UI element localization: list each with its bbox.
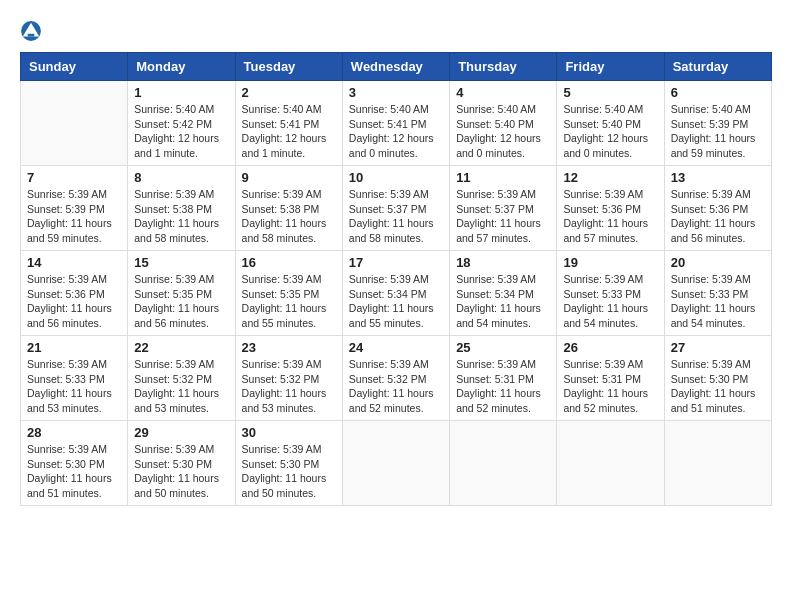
- day-info: Sunrise: 5:40 AM Sunset: 5:42 PM Dayligh…: [134, 102, 228, 161]
- calendar-cell: [664, 421, 771, 506]
- day-number: 27: [671, 340, 765, 355]
- week-row-3: 14Sunrise: 5:39 AM Sunset: 5:36 PM Dayli…: [21, 251, 772, 336]
- column-header-monday: Monday: [128, 53, 235, 81]
- day-number: 13: [671, 170, 765, 185]
- logo: [20, 20, 46, 42]
- day-info: Sunrise: 5:39 AM Sunset: 5:30 PM Dayligh…: [134, 442, 228, 501]
- column-header-sunday: Sunday: [21, 53, 128, 81]
- day-info: Sunrise: 5:39 AM Sunset: 5:38 PM Dayligh…: [242, 187, 336, 246]
- calendar-cell: 11Sunrise: 5:39 AM Sunset: 5:37 PM Dayli…: [450, 166, 557, 251]
- calendar-table: SundayMondayTuesdayWednesdayThursdayFrid…: [20, 52, 772, 506]
- day-info: Sunrise: 5:39 AM Sunset: 5:32 PM Dayligh…: [349, 357, 443, 416]
- day-number: 15: [134, 255, 228, 270]
- day-info: Sunrise: 5:39 AM Sunset: 5:37 PM Dayligh…: [349, 187, 443, 246]
- day-number: 23: [242, 340, 336, 355]
- calendar-cell: 3Sunrise: 5:40 AM Sunset: 5:41 PM Daylig…: [342, 81, 449, 166]
- day-number: 11: [456, 170, 550, 185]
- week-row-2: 7Sunrise: 5:39 AM Sunset: 5:39 PM Daylig…: [21, 166, 772, 251]
- calendar-cell: 27Sunrise: 5:39 AM Sunset: 5:30 PM Dayli…: [664, 336, 771, 421]
- calendar-cell: 23Sunrise: 5:39 AM Sunset: 5:32 PM Dayli…: [235, 336, 342, 421]
- day-number: 22: [134, 340, 228, 355]
- header-row: SundayMondayTuesdayWednesdayThursdayFrid…: [21, 53, 772, 81]
- day-info: Sunrise: 5:40 AM Sunset: 5:41 PM Dayligh…: [349, 102, 443, 161]
- week-row-1: 1Sunrise: 5:40 AM Sunset: 5:42 PM Daylig…: [21, 81, 772, 166]
- calendar-cell: 24Sunrise: 5:39 AM Sunset: 5:32 PM Dayli…: [342, 336, 449, 421]
- svg-rect-2: [28, 34, 35, 37]
- day-number: 12: [563, 170, 657, 185]
- day-info: Sunrise: 5:39 AM Sunset: 5:34 PM Dayligh…: [349, 272, 443, 331]
- calendar-cell: 5Sunrise: 5:40 AM Sunset: 5:40 PM Daylig…: [557, 81, 664, 166]
- column-header-friday: Friday: [557, 53, 664, 81]
- day-number: 26: [563, 340, 657, 355]
- day-number: 30: [242, 425, 336, 440]
- calendar-cell: 8Sunrise: 5:39 AM Sunset: 5:38 PM Daylig…: [128, 166, 235, 251]
- column-header-wednesday: Wednesday: [342, 53, 449, 81]
- calendar-cell: 30Sunrise: 5:39 AM Sunset: 5:30 PM Dayli…: [235, 421, 342, 506]
- day-info: Sunrise: 5:39 AM Sunset: 5:33 PM Dayligh…: [671, 272, 765, 331]
- day-info: Sunrise: 5:39 AM Sunset: 5:31 PM Dayligh…: [563, 357, 657, 416]
- day-info: Sunrise: 5:39 AM Sunset: 5:32 PM Dayligh…: [134, 357, 228, 416]
- calendar-cell: 28Sunrise: 5:39 AM Sunset: 5:30 PM Dayli…: [21, 421, 128, 506]
- day-info: Sunrise: 5:39 AM Sunset: 5:30 PM Dayligh…: [242, 442, 336, 501]
- day-info: Sunrise: 5:39 AM Sunset: 5:34 PM Dayligh…: [456, 272, 550, 331]
- column-header-saturday: Saturday: [664, 53, 771, 81]
- calendar-cell: 13Sunrise: 5:39 AM Sunset: 5:36 PM Dayli…: [664, 166, 771, 251]
- day-number: 21: [27, 340, 121, 355]
- day-number: 3: [349, 85, 443, 100]
- calendar-cell: 7Sunrise: 5:39 AM Sunset: 5:39 PM Daylig…: [21, 166, 128, 251]
- day-info: Sunrise: 5:39 AM Sunset: 5:30 PM Dayligh…: [27, 442, 121, 501]
- day-number: 20: [671, 255, 765, 270]
- day-number: 2: [242, 85, 336, 100]
- day-number: 28: [27, 425, 121, 440]
- page-header: [20, 20, 772, 42]
- day-info: Sunrise: 5:39 AM Sunset: 5:32 PM Dayligh…: [242, 357, 336, 416]
- day-number: 5: [563, 85, 657, 100]
- day-info: Sunrise: 5:39 AM Sunset: 5:36 PM Dayligh…: [27, 272, 121, 331]
- calendar-cell: 1Sunrise: 5:40 AM Sunset: 5:42 PM Daylig…: [128, 81, 235, 166]
- calendar-cell: 16Sunrise: 5:39 AM Sunset: 5:35 PM Dayli…: [235, 251, 342, 336]
- day-number: 24: [349, 340, 443, 355]
- logo-icon: [20, 20, 42, 42]
- day-number: 7: [27, 170, 121, 185]
- calendar-cell: [557, 421, 664, 506]
- calendar-cell: [450, 421, 557, 506]
- day-number: 18: [456, 255, 550, 270]
- calendar-cell: 4Sunrise: 5:40 AM Sunset: 5:40 PM Daylig…: [450, 81, 557, 166]
- calendar-cell: 26Sunrise: 5:39 AM Sunset: 5:31 PM Dayli…: [557, 336, 664, 421]
- calendar-cell: 19Sunrise: 5:39 AM Sunset: 5:33 PM Dayli…: [557, 251, 664, 336]
- calendar-cell: 12Sunrise: 5:39 AM Sunset: 5:36 PM Dayli…: [557, 166, 664, 251]
- week-row-4: 21Sunrise: 5:39 AM Sunset: 5:33 PM Dayli…: [21, 336, 772, 421]
- day-info: Sunrise: 5:39 AM Sunset: 5:30 PM Dayligh…: [671, 357, 765, 416]
- calendar-cell: 14Sunrise: 5:39 AM Sunset: 5:36 PM Dayli…: [21, 251, 128, 336]
- calendar-cell: 15Sunrise: 5:39 AM Sunset: 5:35 PM Dayli…: [128, 251, 235, 336]
- column-header-tuesday: Tuesday: [235, 53, 342, 81]
- calendar-cell: 25Sunrise: 5:39 AM Sunset: 5:31 PM Dayli…: [450, 336, 557, 421]
- day-info: Sunrise: 5:39 AM Sunset: 5:39 PM Dayligh…: [27, 187, 121, 246]
- day-number: 19: [563, 255, 657, 270]
- day-number: 9: [242, 170, 336, 185]
- day-info: Sunrise: 5:40 AM Sunset: 5:40 PM Dayligh…: [563, 102, 657, 161]
- day-number: 17: [349, 255, 443, 270]
- day-info: Sunrise: 5:39 AM Sunset: 5:33 PM Dayligh…: [27, 357, 121, 416]
- column-header-thursday: Thursday: [450, 53, 557, 81]
- day-number: 4: [456, 85, 550, 100]
- day-info: Sunrise: 5:39 AM Sunset: 5:35 PM Dayligh…: [242, 272, 336, 331]
- calendar-cell: 17Sunrise: 5:39 AM Sunset: 5:34 PM Dayli…: [342, 251, 449, 336]
- calendar-cell: 9Sunrise: 5:39 AM Sunset: 5:38 PM Daylig…: [235, 166, 342, 251]
- day-number: 8: [134, 170, 228, 185]
- calendar-cell: 22Sunrise: 5:39 AM Sunset: 5:32 PM Dayli…: [128, 336, 235, 421]
- day-number: 29: [134, 425, 228, 440]
- day-number: 16: [242, 255, 336, 270]
- calendar-cell: [342, 421, 449, 506]
- calendar-cell: 29Sunrise: 5:39 AM Sunset: 5:30 PM Dayli…: [128, 421, 235, 506]
- calendar-cell: 10Sunrise: 5:39 AM Sunset: 5:37 PM Dayli…: [342, 166, 449, 251]
- day-info: Sunrise: 5:39 AM Sunset: 5:31 PM Dayligh…: [456, 357, 550, 416]
- day-number: 25: [456, 340, 550, 355]
- day-info: Sunrise: 5:39 AM Sunset: 5:36 PM Dayligh…: [563, 187, 657, 246]
- calendar-cell: 20Sunrise: 5:39 AM Sunset: 5:33 PM Dayli…: [664, 251, 771, 336]
- day-info: Sunrise: 5:39 AM Sunset: 5:35 PM Dayligh…: [134, 272, 228, 331]
- day-number: 14: [27, 255, 121, 270]
- day-info: Sunrise: 5:40 AM Sunset: 5:39 PM Dayligh…: [671, 102, 765, 161]
- day-info: Sunrise: 5:40 AM Sunset: 5:40 PM Dayligh…: [456, 102, 550, 161]
- calendar-cell: 2Sunrise: 5:40 AM Sunset: 5:41 PM Daylig…: [235, 81, 342, 166]
